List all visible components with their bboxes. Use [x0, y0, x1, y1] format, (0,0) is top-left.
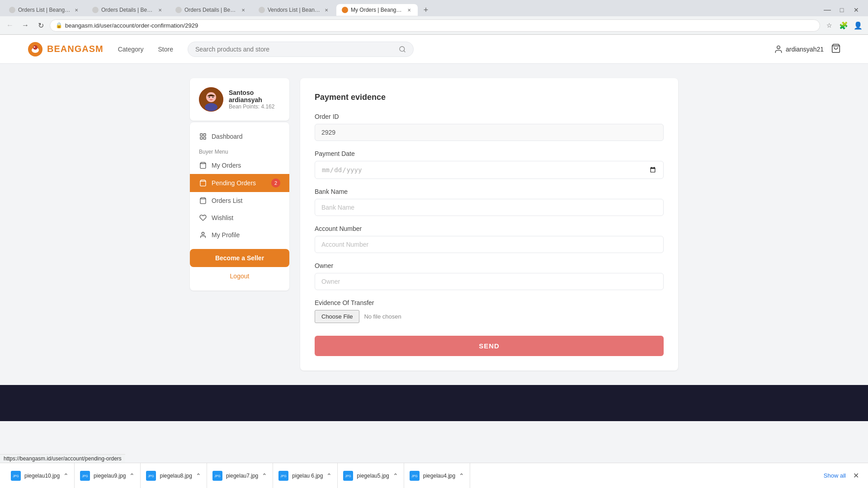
profile-icon: [199, 231, 207, 239]
orders-list-icon: [199, 197, 207, 205]
svg-rect-17: [203, 137, 206, 139]
owner-input[interactable]: [315, 273, 664, 290]
main-layout: Santoso ardiansyah Bean Points: 4.162 Da…: [163, 64, 705, 385]
become-seller-button[interactable]: Become a Seller: [190, 249, 289, 267]
close-button[interactable]: ✕: [850, 4, 863, 16]
payment-date-input[interactable]: [315, 161, 664, 179]
navbar-brand[interactable]: BEANGASM: [27, 41, 104, 57]
maximize-button[interactable]: □: [835, 4, 848, 16]
browser-tab-2[interactable]: Orders Details | Beangasm ✕: [87, 4, 168, 16]
search-icon: [399, 46, 406, 53]
logout-link[interactable]: Logout: [190, 267, 289, 285]
sidebar-item-pending-orders[interactable]: Pending Orders 2: [190, 174, 289, 192]
category-link[interactable]: Category: [118, 46, 144, 53]
minimize-button[interactable]: —: [821, 4, 834, 16]
tab-close-3[interactable]: ✕: [241, 7, 246, 13]
payment-date-label: Payment Date: [315, 150, 664, 157]
svg-point-21: [202, 232, 204, 235]
dashboard-icon: [199, 132, 207, 141]
browser-tab-4[interactable]: Vendors List | Beangasm ✕: [253, 4, 335, 16]
page-title: Payment evidence: [315, 93, 664, 102]
tab-close-1[interactable]: ✕: [74, 7, 80, 13]
sidebar-wishlist-label: Wishlist: [212, 214, 233, 221]
tab-title-3: Orders Details | Beangasm: [184, 7, 238, 13]
avatar: [199, 87, 223, 112]
sidebar-item-dashboard[interactable]: Dashboard: [190, 128, 289, 145]
toolbar-actions: ☆ 🧩 👤: [823, 19, 864, 32]
no-file-text: No file chosen: [364, 313, 401, 320]
browser-tab-1[interactable]: Orders List | Beangasm ✕: [4, 4, 85, 16]
bank-name-group: Bank Name: [315, 188, 664, 216]
bank-name-input[interactable]: [315, 199, 664, 216]
user-icon: [774, 45, 783, 54]
order-id-label: Order ID: [315, 113, 664, 120]
sidebar-pending-orders-label: Pending Orders: [212, 179, 256, 187]
payment-date-wrapper: [315, 161, 664, 179]
address-bar[interactable]: 🔒 beangasm.id/user/account/order-confirm…: [50, 19, 820, 32]
search-bar[interactable]: [188, 42, 414, 57]
tab-title-5: My Orders | Beangasm: [351, 7, 404, 13]
evidence-group: Evidence Of Transfer Choose File No file…: [315, 299, 664, 323]
forward-button[interactable]: →: [19, 19, 32, 32]
back-button[interactable]: ←: [4, 19, 16, 32]
tab-favicon-1: [9, 7, 15, 13]
search-input[interactable]: [195, 46, 395, 53]
tab-title-4: Vendors List | Beangasm: [268, 7, 321, 13]
tab-favicon-5: [342, 7, 348, 13]
account-number-label: Account Number: [315, 225, 664, 232]
browser-titlebar: Orders List | Beangasm ✕ Orders Details …: [0, 0, 868, 16]
account-number-input[interactable]: [315, 236, 664, 253]
tab-close-5[interactable]: ✕: [406, 7, 412, 13]
sidebar-menu: Dashboard Buyer Menu My Orders: [190, 122, 289, 291]
send-button[interactable]: SEND: [315, 336, 664, 356]
sidebar-my-profile-label: My Profile: [212, 231, 240, 239]
extensions-button[interactable]: 🧩: [837, 19, 850, 32]
svg-rect-14: [200, 134, 203, 136]
svg-rect-16: [200, 137, 203, 139]
sidebar-username: Santoso ardiansyah: [229, 89, 280, 103]
file-input-row: Choose File No file chosen: [315, 310, 664, 323]
footer-bar: [0, 385, 868, 421]
navbar: BEANGASM Category Store ardiansyah21: [0, 35, 868, 64]
owner-group: Owner: [315, 262, 664, 290]
sidebar-bean-points: Bean Points: 4.162: [229, 103, 280, 110]
owner-label: Owner: [315, 262, 664, 269]
svg-rect-15: [203, 134, 206, 136]
cart-button[interactable]: [831, 43, 841, 55]
sidebar-my-orders-label: My Orders: [212, 162, 241, 169]
user-profile-button[interactable]: ardiansyah21: [774, 45, 824, 54]
sidebar-item-my-profile[interactable]: My Profile: [190, 226, 289, 244]
cart-icon: [831, 43, 841, 53]
page-content: BEANGASM Category Store ardiansyah21: [0, 35, 868, 421]
svg-point-13: [212, 97, 214, 98]
sidebar-item-orders-list[interactable]: Orders List: [190, 192, 289, 209]
brand-name: BEANGASM: [47, 44, 104, 54]
svg-point-6: [777, 46, 780, 49]
pending-orders-badge: 2: [271, 178, 280, 188]
browser-tab-3[interactable]: Orders Details | Beangasm ✕: [170, 4, 251, 16]
tab-favicon-4: [259, 7, 265, 13]
bookmark-button[interactable]: ☆: [823, 19, 835, 32]
tab-title-2: Orders Details | Beangasm: [101, 7, 155, 13]
profile-button[interactable]: 👤: [852, 19, 864, 32]
tab-close-4[interactable]: ✕: [324, 7, 329, 13]
tab-favicon-2: [92, 7, 99, 13]
sidebar-item-my-orders[interactable]: My Orders: [190, 157, 289, 174]
account-number-group: Account Number: [315, 225, 664, 253]
new-tab-button[interactable]: +: [420, 4, 432, 16]
main-content: Payment evidence Order ID 2929 Payment D…: [300, 78, 678, 371]
payment-date-group: Payment Date: [315, 150, 664, 179]
navbar-user: ardiansyah21: [774, 43, 841, 55]
browser-chrome: Orders List | Beangasm ✕ Orders Details …: [0, 0, 868, 421]
tab-close-2[interactable]: ✕: [157, 7, 163, 13]
sidebar-item-wishlist[interactable]: Wishlist: [190, 209, 289, 226]
url-text: beangasm.id/user/account/order-confirmat…: [65, 22, 198, 29]
browser-tab-5[interactable]: My Orders | Beangasm ✕: [336, 4, 418, 16]
wishlist-icon: [199, 214, 207, 222]
sidebar-orders-list-label: Orders List: [212, 197, 242, 204]
svg-point-3: [34, 46, 35, 47]
reload-button[interactable]: ↻: [34, 19, 47, 32]
tab-title-1: Orders List | Beangasm: [18, 7, 71, 13]
choose-file-button[interactable]: Choose File: [315, 310, 359, 323]
store-link[interactable]: Store: [158, 46, 173, 53]
